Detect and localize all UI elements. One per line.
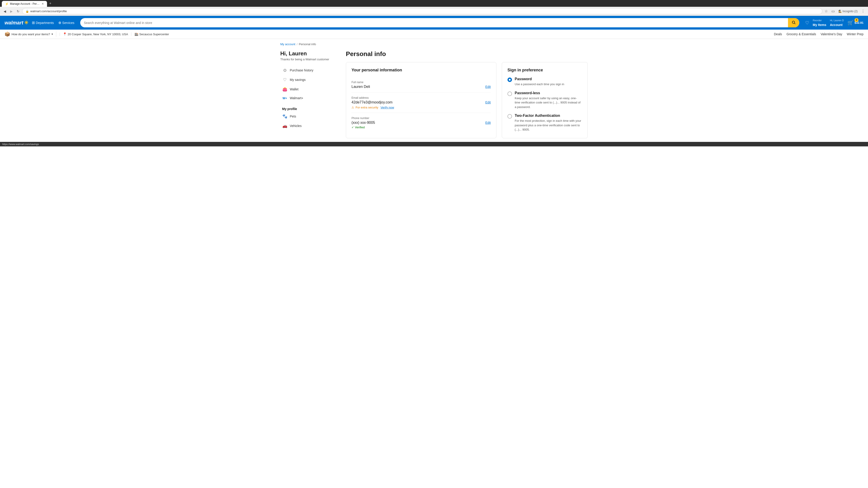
walmart-header: walmart ✳ ⊞ Departments ⊕ Services ♡ Reo… <box>0 16 868 30</box>
sidebar-item-wallet[interactable]: 👛 Wallet <box>280 85 339 94</box>
security-text: For extra security <box>355 106 378 109</box>
back-button[interactable]: ◀ <box>2 8 7 14</box>
pref-option-passwordless[interactable]: Password-less Keep your account safer by… <box>507 91 582 109</box>
search-button[interactable] <box>788 18 799 27</box>
pets-label: Pets <box>290 115 296 118</box>
purchase-history-label: Purchase history <box>290 68 313 72</box>
incognito-icon: 🕵 <box>838 10 842 13</box>
my-items-label: My Items <box>813 23 827 27</box>
phone-row: Phone number (xxx) xxx-9005 Edit ✓ Verif… <box>351 113 491 133</box>
forward-button[interactable]: ▶ <box>9 8 14 14</box>
sub-nav-valentines[interactable]: Valentine's Day <box>820 32 842 36</box>
full-name-label: Full name <box>351 80 491 84</box>
reload-button[interactable]: ↻ <box>16 8 21 14</box>
my-profile-section-title: My profile <box>280 104 339 111</box>
passwordless-radio[interactable] <box>507 92 512 96</box>
svg-point-0 <box>792 21 795 24</box>
sub-header: 📦 How do you want your items? ▾ | 📍 20 C… <box>0 30 868 39</box>
passwordless-name: Password-less <box>515 91 582 95</box>
incognito-button[interactable]: 🕵 Incognito (2) <box>837 9 859 14</box>
store-icon: 🏬 <box>134 32 138 36</box>
full-name-edit-link[interactable]: Edit <box>485 85 491 89</box>
2fa-content: Two-Factor Authentication For the most p… <box>515 113 582 132</box>
sidebar-item-my-savings[interactable]: ♡ My savings <box>280 75 339 85</box>
content-layout: Hi, Lauren Thanks for being a Walmart cu… <box>280 51 588 138</box>
walmart-plus-label: Walmart+ <box>290 96 303 100</box>
walmart-plus-icon: W+ <box>282 96 287 100</box>
status-bar: https://www.walmart.com/savings <box>0 142 868 147</box>
pets-icon: 🐾 <box>282 114 287 119</box>
breadcrumb-separator: / <box>297 42 298 46</box>
password-content: Password Use a password each time you si… <box>515 77 582 87</box>
search-input[interactable] <box>80 19 788 27</box>
location-text: 20 Cooper Square, New York, NY 10003, US… <box>68 33 128 36</box>
sub-header-divider: | <box>59 32 60 36</box>
pref-option-2fa[interactable]: Two-Factor Authentication For the most p… <box>507 113 582 132</box>
account-greeting: Hi, Lauren D <box>830 19 844 22</box>
menu-button[interactable]: ⋮ <box>860 8 866 14</box>
grid-icon: ⊞ <box>32 21 35 25</box>
walmart-logo[interactable]: walmart ✳ <box>4 20 28 26</box>
sub-nav: Deals Grocery & Essentials Valentine's D… <box>774 32 864 36</box>
reorder-button[interactable]: Reorder My Items <box>813 19 827 27</box>
page-title: Personal info <box>346 51 588 58</box>
services-nav[interactable]: ⊕ Services <box>58 21 74 25</box>
status-url: https://www.walmart.com/savings <box>2 143 39 145</box>
account-button[interactable]: Hi, Lauren D Account <box>830 19 844 27</box>
location-pin-icon: 📍 <box>63 32 67 36</box>
wallet-icon: 👛 <box>282 87 287 92</box>
reorder-label: Reorder <box>813 19 822 22</box>
sub-nav-deals[interactable]: Deals <box>774 32 782 36</box>
email-edit-link[interactable]: Edit <box>485 101 491 104</box>
sidebar-greeting: Hi, Lauren Thanks for being a Walmart cu… <box>280 51 339 61</box>
content-grid: Your personal information Full name Laur… <box>346 62 588 138</box>
cart-button[interactable]: 3 🛒 $32.91 <box>847 20 864 26</box>
departments-nav[interactable]: ⊞ Departments <box>32 21 54 25</box>
location-info: 📍 20 Cooper Square, New York, NY 10003, … <box>63 32 131 36</box>
warning-icon: ⚠ <box>351 106 354 109</box>
account-label: Account <box>830 23 842 27</box>
address-bar[interactable]: 🔒 walmart.com/account/profile <box>22 8 822 14</box>
delivery-label: How do you want your items? <box>11 33 50 36</box>
passwordless-desc: Keep your account safer by using an easy… <box>515 96 582 109</box>
bookmark-button[interactable]: ☆ <box>824 8 829 14</box>
sub-nav-winter[interactable]: Winter Prep <box>847 32 864 36</box>
security-warning: ⚠ For extra security Verify now <box>351 106 491 109</box>
delivery-selector[interactable]: 📦 How do you want your items? ▾ <box>4 31 56 37</box>
breadcrumb-personal-info: Personal info <box>299 42 316 46</box>
departments-label: Departments <box>36 21 54 25</box>
my-savings-label: My savings <box>290 78 306 82</box>
header-nav: ⊞ Departments ⊕ Services <box>32 21 74 25</box>
email-value: 42de77e3@moodjoy.com <box>351 100 393 104</box>
wishlist-button[interactable]: ♡ <box>805 20 809 26</box>
breadcrumb-my-account[interactable]: My account <box>280 42 295 46</box>
verified-text: Verified <box>355 126 365 129</box>
browser-tab[interactable]: ⚡ Manage Account - Personal inf... ✕ <box>2 1 47 7</box>
incognito-label: Incognito (2) <box>842 10 858 13</box>
2fa-name: Two-Factor Authentication <box>515 113 582 118</box>
full-name-value: Lauren Deli <box>351 85 370 89</box>
sidebar-item-vehicles[interactable]: 🚗 Vehicles <box>280 121 339 131</box>
sidebar: Hi, Lauren Thanks for being a Walmart cu… <box>280 51 339 131</box>
sidebar-item-walmart-plus[interactable]: W+ Walmart+ <box>280 94 339 102</box>
new-tab-button[interactable]: + <box>47 0 54 7</box>
sidebar-item-pets[interactable]: 🐾 Pets <box>280 111 339 121</box>
password-radio[interactable] <box>507 77 512 82</box>
profile-button[interactable]: ▭ <box>831 8 836 14</box>
cart-badge: 3 <box>855 18 859 22</box>
verify-now-link[interactable]: Verify now <box>380 106 394 109</box>
browser-controls: ◀ ▶ ↻ 🔒 walmart.com/account/profile ☆ ▭ … <box>0 7 868 16</box>
store-text: Secaucus Supercenter <box>139 33 169 36</box>
2fa-radio[interactable] <box>507 114 512 119</box>
phone-value: (xxx) xxx-9005 <box>351 121 375 125</box>
pref-option-password[interactable]: Password Use a password each time you si… <box>507 77 582 87</box>
sidebar-item-purchase-history[interactable]: ⊙ Purchase history <box>280 66 339 75</box>
url-text: walmart.com/account/profile <box>30 9 67 13</box>
main-container: My account / Personal info Hi, Lauren Th… <box>276 39 592 142</box>
search-icon <box>792 20 796 24</box>
sub-nav-grocery[interactable]: Grocery & Essentials <box>786 32 816 36</box>
phone-edit-link[interactable]: Edit <box>485 121 491 125</box>
spark-icon: ✳ <box>24 20 28 26</box>
close-tab-icon[interactable]: ✕ <box>41 2 44 5</box>
chevron-down-icon: ▾ <box>52 33 53 36</box>
